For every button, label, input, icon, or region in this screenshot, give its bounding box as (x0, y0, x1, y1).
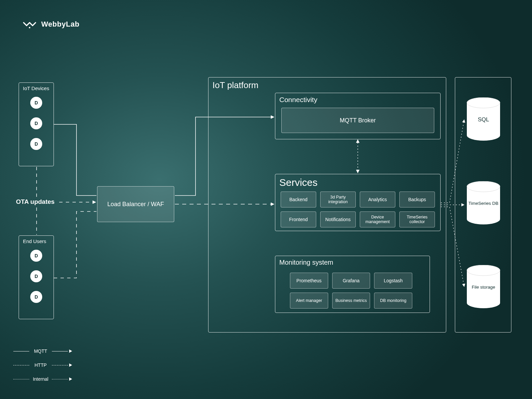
user-circle: D (30, 291, 42, 303)
panel-title-monitoring: Monitoring system (279, 259, 333, 266)
svg-point-11 (467, 298, 500, 308)
db-filestorage-label: File storage (465, 285, 502, 290)
panel-title-iot-devices: IoT Devices (23, 85, 49, 91)
db-filestorage: File storage (465, 265, 502, 308)
device-circle: D (30, 117, 42, 129)
panel-title-connectivity: Connectivity (279, 96, 317, 104)
panel-databases: SQL TimeSeries DB File storage (455, 77, 511, 332)
service-tile: Backend (281, 192, 316, 207)
panel-iot-devices: IoT Devices D D D (19, 82, 54, 166)
box-mqtt-broker: MQTT Broker (281, 108, 434, 133)
monitoring-tile: Logstash (374, 273, 412, 289)
arrow-right-icon (69, 349, 72, 353)
panel-services: Services Backend 3d Party integration An… (275, 174, 441, 231)
legend-label-mqtt: MQTT (29, 348, 52, 354)
service-tile: Device management (360, 211, 395, 227)
legend-row-http: HTTP (13, 362, 72, 368)
monitoring-tile: Alert manager (290, 293, 328, 309)
service-tile: Notifications (320, 211, 356, 227)
service-tile: Analytics (360, 192, 395, 207)
service-tile: TimeSeries collector (399, 211, 435, 227)
load-balancer-label: Load Balancer / WAF (107, 201, 164, 208)
db-sql-label: SQL (465, 116, 502, 123)
mqtt-broker-label: MQTT Broker (340, 117, 376, 124)
legend-label-http: HTTP (29, 362, 52, 368)
panel-end-users: End Users D D D (19, 235, 54, 319)
brand-logo-icon (23, 19, 37, 29)
box-load-balancer: Load Balancer / WAF (97, 186, 174, 222)
ota-updates-label: OTA updates (16, 198, 55, 205)
user-circle: D (30, 270, 42, 282)
user-circle: D (30, 250, 42, 262)
panel-title-services: Services (279, 177, 318, 188)
panel-title-end-users: End Users (23, 238, 46, 244)
panel-monitoring: Monitoring system Prometheus Grafana Log… (275, 256, 430, 313)
legend-row-mqtt: MQTT (13, 348, 72, 354)
legend-row-internal: Internal (13, 376, 72, 382)
service-tile: Frontend (281, 211, 316, 227)
legend-label-internal: Internal (29, 376, 52, 382)
svg-point-0 (29, 27, 31, 29)
monitoring-tile: DB monitoring (374, 293, 412, 309)
service-tile: 3d Party integration (320, 192, 356, 207)
monitoring-tile: Grafana (332, 273, 370, 289)
arrow-right-icon (69, 363, 72, 367)
device-circle: D (30, 97, 42, 109)
panel-connectivity: Connectivity MQTT Broker (275, 93, 441, 139)
panel-title-iot-platform: IoT platform (212, 80, 258, 90)
panel-iot-platform: IoT platform Connectivity MQTT Broker Se… (208, 77, 446, 332)
svg-point-7 (467, 214, 500, 224)
brand-logo: WebbyLab (23, 19, 79, 29)
device-circle: D (30, 138, 42, 150)
brand-name: WebbyLab (41, 20, 79, 29)
db-timeseries-label: TimeSeries DB (465, 201, 502, 206)
service-tile: Backups (399, 192, 435, 207)
svg-point-3 (467, 130, 500, 141)
arrow-right-icon (69, 377, 72, 381)
monitoring-tile: Business metrics (332, 293, 370, 309)
db-timeseries: TimeSeries DB (465, 181, 502, 224)
db-sql: SQL (465, 97, 502, 141)
monitoring-tile: Prometheus (290, 273, 328, 289)
legend: MQTT HTTP Internal (13, 348, 72, 382)
